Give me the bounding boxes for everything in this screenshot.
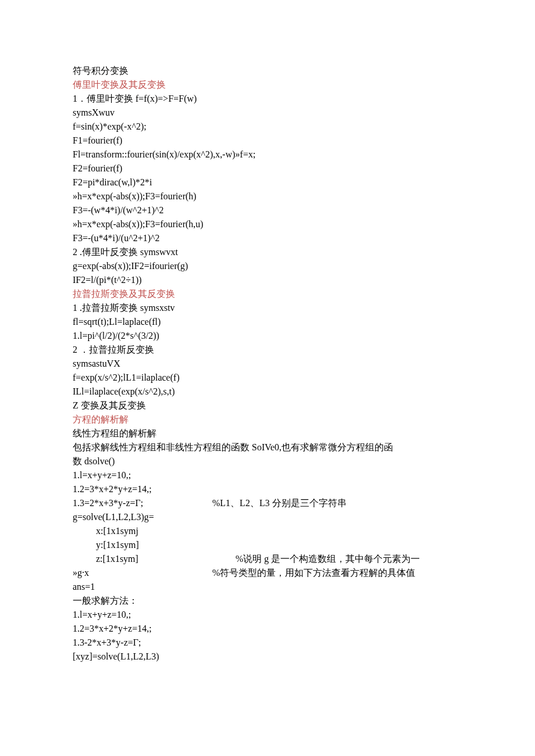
code-gx: »g·x [73,566,212,580]
text-line-29: 1.l=x+y+z=10,; [73,468,462,482]
text-line-0: 符号积分变换 [73,64,462,78]
text-line-2: 1．傅里叶变换 f=f(x)=>F=F(w) [73,92,462,106]
text-line-12: F3=-(u*4*i)/(u^2+1)^2 [73,231,462,245]
struct-field-x: x:[1x1symj [73,524,462,538]
text-line-21: symsastuVX [73,357,462,371]
text-line-5: F1=fourier(f) [73,134,462,148]
text-line-17: 1 .拉普拉斯变换 symsxstv [73,301,462,315]
text-line-25: 方程的解析解 [73,413,462,427]
footer-line-1: 一般求解方法： [73,594,462,608]
text-line-14: g=exp(-abs(x));IF2=ifourier(g) [73,259,462,273]
text-line-13: 2 .傅里叶反变换 symswvxt [73,245,462,259]
struct-field-z-row: z:[1x1sym]%说明 g 是一个构造数组，其中每个元素为一 [73,552,462,566]
comment-text: %符号类型的量，用如下方法查看方程解的具体值 [212,566,462,580]
text-line-20: 2 ．拉普拉斯反变换 [73,343,462,357]
struct-field-y: y:[1x1sym] [73,538,462,552]
text-line-3: symsXwuv [73,106,462,120]
text-line-4: f=sin(x)*exp(-x^2); [73,120,462,134]
text-line-11: »h=x*exp(-abs(x));F3=fourier(h,u) [73,217,462,231]
code-text: 1.3=2*x+3*y-z=Γ; [73,496,212,510]
text-line-6: Fl=transform::fourier(sin(x)/exp(x^2),x,… [73,148,462,162]
text-line-24: Z 变换及其反变换 [73,399,462,413]
struct-field-z: z:[1x1sym] [73,552,236,566]
text-line-7: F2=fourier(f) [73,162,462,175]
text-line-16: 拉普拉斯变换及其反变换 [73,287,462,301]
text-line-19: 1.l=pi^(l/2)/(2*s^(3/2)) [73,329,462,343]
footer-line-4: 1.3-2*x+3*y-z=Γ; [73,636,462,650]
text-line-8: F2=pi*dirac(w,l)*2*i [73,175,462,189]
comment-text: %说明 g 是一个构造数组，其中每个元素为一 [236,552,462,566]
footer-line-5: [xyz]=solve(L1,L2,L3) [73,650,462,664]
code-line-l3: 1.3=2*x+3*y-z=Γ;%L1、L2、L3 分别是三个字符串 [73,496,462,510]
text-line-10: F3=-(w*4*i)/(w^2+1)^2 [73,203,462,217]
text-line-1: 傅里叶变换及其反变换 [73,78,462,92]
comment-text: %L1、L2、L3 分别是三个字符串 [212,496,462,510]
footer-line-2: 1.l=x+y+z=10,; [73,608,462,622]
text-line-9: »h=x*exp(-abs(x));F3=fourier(h) [73,189,462,203]
footer-line-3: 1.2=3*x+2*y+z=14,; [73,622,462,636]
gx-row: »g·x%符号类型的量，用如下方法查看方程解的具体值 [73,566,462,580]
text-line-23: ILl=ilaplace(exp(x/s^2),s,t) [73,385,462,399]
text-line-26: 线性方程组的解析解 [73,427,462,440]
text-line-27: 包括求解线性方程组和非线性方程组的函数 SoIVe0,也有求解常微分方程组的函 [73,440,462,454]
text-line-18: fl=sqrt(t);Ll=laplace(fl) [73,315,462,329]
footer-line-0: ans=1 [73,580,462,594]
text-line-15: IF2=l/(pi*(t^2÷1)) [73,273,462,287]
text-line-22: f=exp(x/s^2);lL1=ilaplace(f) [73,371,462,385]
code-line-solve: g=solve(L1,L2,L3)g= [73,510,462,524]
text-line-30: 1.2=3*x+2*y+z=14,; [73,482,462,496]
text-line-28: 数 dsolve() [73,454,462,468]
